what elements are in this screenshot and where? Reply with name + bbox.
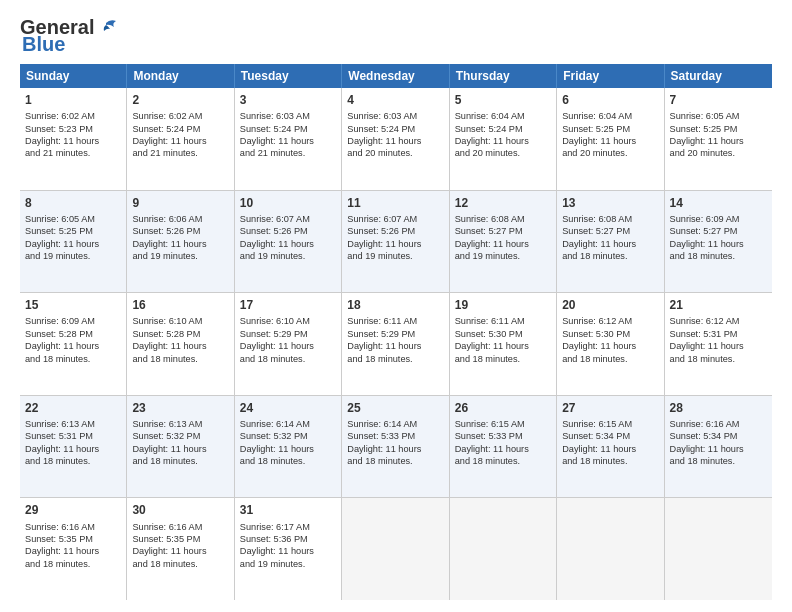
day-number: 24 bbox=[240, 400, 336, 416]
day-number: 28 bbox=[670, 400, 767, 416]
day-info-line: and 18 minutes. bbox=[25, 558, 121, 570]
calendar-cell: 2Sunrise: 6:02 AMSunset: 5:24 PMDaylight… bbox=[127, 88, 234, 190]
day-info-line: and 20 minutes. bbox=[455, 147, 551, 159]
day-info-line: Daylight: 11 hours bbox=[25, 238, 121, 250]
day-number: 25 bbox=[347, 400, 443, 416]
day-info-line: Daylight: 11 hours bbox=[240, 238, 336, 250]
calendar-cell: 23Sunrise: 6:13 AMSunset: 5:32 PMDayligh… bbox=[127, 396, 234, 498]
day-info-line: Sunrise: 6:08 AM bbox=[562, 213, 658, 225]
day-info-line: Daylight: 11 hours bbox=[455, 135, 551, 147]
header-day-sunday: Sunday bbox=[20, 64, 127, 88]
day-number: 18 bbox=[347, 297, 443, 313]
day-number: 6 bbox=[562, 92, 658, 108]
day-info-line: and 19 minutes. bbox=[25, 250, 121, 262]
day-info-line: Sunrise: 6:11 AM bbox=[455, 315, 551, 327]
calendar-row-4: 22Sunrise: 6:13 AMSunset: 5:31 PMDayligh… bbox=[20, 396, 772, 499]
day-info-line: and 18 minutes. bbox=[670, 455, 767, 467]
day-info-line: Sunrise: 6:12 AM bbox=[562, 315, 658, 327]
day-info-line: Daylight: 11 hours bbox=[670, 135, 767, 147]
day-number: 10 bbox=[240, 195, 336, 211]
day-number: 23 bbox=[132, 400, 228, 416]
calendar-cell: 25Sunrise: 6:14 AMSunset: 5:33 PMDayligh… bbox=[342, 396, 449, 498]
day-info-line: Sunrise: 6:08 AM bbox=[455, 213, 551, 225]
calendar-cell: 21Sunrise: 6:12 AMSunset: 5:31 PMDayligh… bbox=[665, 293, 772, 395]
day-info-line: and 20 minutes. bbox=[670, 147, 767, 159]
day-info-line: Daylight: 11 hours bbox=[25, 340, 121, 352]
day-info-line: Sunset: 5:32 PM bbox=[240, 430, 336, 442]
day-number: 26 bbox=[455, 400, 551, 416]
day-info-line: Daylight: 11 hours bbox=[132, 443, 228, 455]
header-day-monday: Monday bbox=[127, 64, 234, 88]
calendar-cell: 8Sunrise: 6:05 AMSunset: 5:25 PMDaylight… bbox=[20, 191, 127, 293]
calendar-cell: 14Sunrise: 6:09 AMSunset: 5:27 PMDayligh… bbox=[665, 191, 772, 293]
calendar-cell: 6Sunrise: 6:04 AMSunset: 5:25 PMDaylight… bbox=[557, 88, 664, 190]
calendar-header: SundayMondayTuesdayWednesdayThursdayFrid… bbox=[20, 64, 772, 88]
day-info-line: and 18 minutes. bbox=[562, 250, 658, 262]
calendar-cell: 9Sunrise: 6:06 AMSunset: 5:26 PMDaylight… bbox=[127, 191, 234, 293]
day-number: 20 bbox=[562, 297, 658, 313]
day-info-line: and 19 minutes. bbox=[240, 558, 336, 570]
calendar-row-5: 29Sunrise: 6:16 AMSunset: 5:35 PMDayligh… bbox=[20, 498, 772, 600]
day-info-line: Sunrise: 6:10 AM bbox=[132, 315, 228, 327]
day-info-line: Daylight: 11 hours bbox=[670, 443, 767, 455]
day-number: 30 bbox=[132, 502, 228, 518]
day-info-line: Daylight: 11 hours bbox=[25, 135, 121, 147]
header-day-saturday: Saturday bbox=[665, 64, 772, 88]
day-info-line: Sunrise: 6:14 AM bbox=[240, 418, 336, 430]
day-info-line: Sunset: 5:25 PM bbox=[562, 123, 658, 135]
day-info-line: Sunrise: 6:07 AM bbox=[240, 213, 336, 225]
calendar-cell: 18Sunrise: 6:11 AMSunset: 5:29 PMDayligh… bbox=[342, 293, 449, 395]
day-info-line: Sunset: 5:29 PM bbox=[347, 328, 443, 340]
day-info-line: Daylight: 11 hours bbox=[347, 340, 443, 352]
day-info-line: Daylight: 11 hours bbox=[132, 135, 228, 147]
day-number: 27 bbox=[562, 400, 658, 416]
calendar-cell: 24Sunrise: 6:14 AMSunset: 5:32 PMDayligh… bbox=[235, 396, 342, 498]
day-info-line: Sunset: 5:24 PM bbox=[132, 123, 228, 135]
day-info-line: Daylight: 11 hours bbox=[240, 443, 336, 455]
day-info-line: Daylight: 11 hours bbox=[347, 443, 443, 455]
calendar-cell: 26Sunrise: 6:15 AMSunset: 5:33 PMDayligh… bbox=[450, 396, 557, 498]
day-number: 19 bbox=[455, 297, 551, 313]
day-info-line: Daylight: 11 hours bbox=[455, 238, 551, 250]
calendar-cell: 15Sunrise: 6:09 AMSunset: 5:28 PMDayligh… bbox=[20, 293, 127, 395]
calendar-row-2: 8Sunrise: 6:05 AMSunset: 5:25 PMDaylight… bbox=[20, 191, 772, 294]
day-number: 12 bbox=[455, 195, 551, 211]
day-number: 29 bbox=[25, 502, 121, 518]
day-info-line: Sunset: 5:29 PM bbox=[240, 328, 336, 340]
header-day-friday: Friday bbox=[557, 64, 664, 88]
day-info-line: Sunset: 5:26 PM bbox=[240, 225, 336, 237]
day-info-line: and 18 minutes. bbox=[455, 455, 551, 467]
day-number: 7 bbox=[670, 92, 767, 108]
day-info-line: Sunrise: 6:05 AM bbox=[670, 110, 767, 122]
day-info-line: Sunset: 5:31 PM bbox=[670, 328, 767, 340]
day-info-line: Sunset: 5:34 PM bbox=[670, 430, 767, 442]
day-number: 11 bbox=[347, 195, 443, 211]
day-info-line: Daylight: 11 hours bbox=[240, 545, 336, 557]
day-info-line: Daylight: 11 hours bbox=[562, 443, 658, 455]
calendar-cell: 20Sunrise: 6:12 AMSunset: 5:30 PMDayligh… bbox=[557, 293, 664, 395]
day-info-line: Sunset: 5:24 PM bbox=[347, 123, 443, 135]
day-info-line: Sunset: 5:27 PM bbox=[670, 225, 767, 237]
calendar-cell: 10Sunrise: 6:07 AMSunset: 5:26 PMDayligh… bbox=[235, 191, 342, 293]
calendar-row-1: 1Sunrise: 6:02 AMSunset: 5:23 PMDaylight… bbox=[20, 88, 772, 191]
logo: General Blue bbox=[20, 16, 118, 56]
calendar-cell: 7Sunrise: 6:05 AMSunset: 5:25 PMDaylight… bbox=[665, 88, 772, 190]
day-info-line: Daylight: 11 hours bbox=[562, 135, 658, 147]
day-info-line: Sunset: 5:25 PM bbox=[25, 225, 121, 237]
day-info-line: Daylight: 11 hours bbox=[132, 238, 228, 250]
calendar-cell: 19Sunrise: 6:11 AMSunset: 5:30 PMDayligh… bbox=[450, 293, 557, 395]
day-info-line: and 19 minutes. bbox=[132, 250, 228, 262]
calendar-cell: 5Sunrise: 6:04 AMSunset: 5:24 PMDaylight… bbox=[450, 88, 557, 190]
day-info-line: Sunrise: 6:02 AM bbox=[132, 110, 228, 122]
day-info-line: and 20 minutes. bbox=[347, 147, 443, 159]
day-number: 31 bbox=[240, 502, 336, 518]
header-day-wednesday: Wednesday bbox=[342, 64, 449, 88]
day-info-line: Daylight: 11 hours bbox=[25, 443, 121, 455]
day-info-line: Sunset: 5:28 PM bbox=[132, 328, 228, 340]
day-number: 13 bbox=[562, 195, 658, 211]
day-info-line: Sunset: 5:36 PM bbox=[240, 533, 336, 545]
day-info-line: Sunrise: 6:04 AM bbox=[562, 110, 658, 122]
day-info-line: Sunrise: 6:16 AM bbox=[25, 521, 121, 533]
day-info-line: and 19 minutes. bbox=[347, 250, 443, 262]
day-info-line: Sunset: 5:31 PM bbox=[25, 430, 121, 442]
